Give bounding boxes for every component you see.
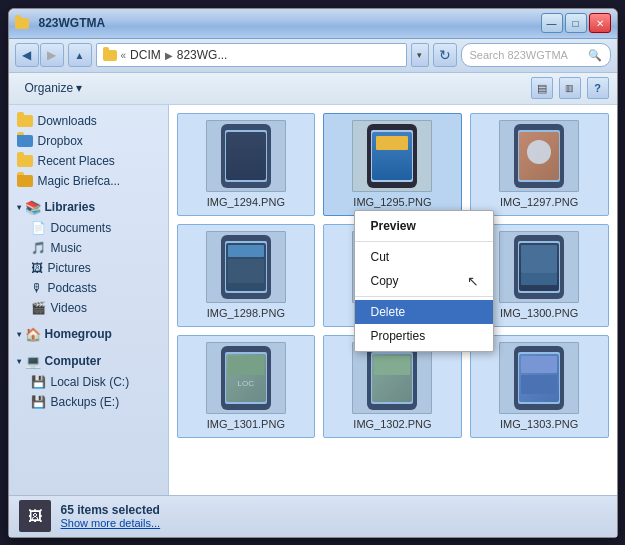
forward-button[interactable]: ▶ <box>40 43 64 67</box>
sidebar-item-pictures[interactable]: 🖼 Pictures <box>9 258 168 278</box>
context-menu: Preview Cut Copy Delete Properties ↖ <box>354 210 494 352</box>
maximize-button[interactable]: □ <box>565 13 587 33</box>
file-item-3[interactable]: IMG_1298.PNG <box>177 224 316 327</box>
sidebar-item-label: Backups (E:) <box>51 395 120 409</box>
sidebar-item-music[interactable]: 🎵 Music <box>9 238 168 258</box>
sidebar-item-label: Music <box>51 241 82 255</box>
status-bar: 🖼 65 items selected Show more details... <box>9 495 617 537</box>
organize-button[interactable]: Organize ▾ <box>17 76 91 100</box>
context-menu-preview[interactable]: Preview <box>355 214 493 238</box>
window-title: 823WGTMA <box>39 16 106 30</box>
downloads-folder-icon <box>17 115 33 127</box>
sidebar-item-label: Pictures <box>48 261 91 275</box>
file-name-1: IMG_1295.PNG <box>353 196 431 209</box>
context-menu-sep-2 <box>355 296 493 297</box>
libraries-icon: 📚 <box>25 200 41 215</box>
file-thumb-3 <box>206 231 286 303</box>
sidebar-item-label: Dropbox <box>38 134 83 148</box>
podcasts-icon: 🎙 <box>31 281 43 295</box>
status-count: 65 items selected <box>61 503 161 517</box>
selection-overlay <box>500 343 578 413</box>
view-options-button[interactable]: ▤ <box>531 77 553 99</box>
search-icon[interactable]: 🔍 <box>588 49 602 62</box>
libraries-arrow: ▾ <box>17 203 21 212</box>
properties-label: Properties <box>371 329 426 343</box>
explorer-window: 823WGTMA — □ ✕ ◀ ▶ ▲ « DCIM ▶ 823WG... ▾… <box>8 8 618 538</box>
content-area: IMG_1294.PNG IMG_1295.PNG <box>169 105 617 495</box>
path-part-1: DCIM <box>130 48 161 62</box>
computer-section: ▾ 💻 Computer 💾 Local Disk (C:) 💾 Backups… <box>9 351 168 412</box>
path-arrow-2: ▶ <box>165 50 173 61</box>
sidebar-item-label: Downloads <box>38 114 97 128</box>
file-thumb-8 <box>499 342 579 414</box>
local-disk-icon: 💾 <box>31 375 46 389</box>
sidebar-item-local-disk[interactable]: 💾 Local Disk (C:) <box>9 372 168 392</box>
path-part-2: 823WG... <box>177 48 228 62</box>
selection-overlay <box>207 121 285 191</box>
file-item-1[interactable]: IMG_1295.PNG <box>323 113 462 216</box>
file-item-6[interactable]: LOC IMG_1301.PNG <box>177 335 316 438</box>
sidebar-item-podcasts[interactable]: 🎙 Podcasts <box>9 278 168 298</box>
up-button[interactable]: ▲ <box>68 43 92 67</box>
nav-buttons: ◀ ▶ <box>15 43 64 67</box>
sidebar-item-recent-places[interactable]: Recent Places <box>9 151 168 171</box>
file-thumb-5 <box>499 231 579 303</box>
file-name-0: IMG_1294.PNG <box>207 196 285 209</box>
address-dropdown[interactable]: ▾ <box>411 43 429 67</box>
computer-label: Computer <box>45 354 102 368</box>
sidebar-item-videos[interactable]: 🎬 Videos <box>9 298 168 318</box>
dropbox-folder-icon <box>17 135 33 147</box>
minimize-button[interactable]: — <box>541 13 563 33</box>
status-details-link[interactable]: Show more details... <box>61 517 161 529</box>
main-area: Downloads Dropbox Recent Places Magic Br… <box>9 105 617 495</box>
homegroup-header[interactable]: ▾ 🏠 Homegroup <box>9 324 168 345</box>
homegroup-arrow: ▾ <box>17 330 21 339</box>
context-menu-delete[interactable]: Delete <box>355 300 493 324</box>
sidebar-item-magic-briefcase[interactable]: Magic Briefca... <box>9 171 168 191</box>
organize-arrow: ▾ <box>76 81 82 95</box>
copy-label: Copy <box>371 274 399 288</box>
status-text-container: 65 items selected Show more details... <box>61 503 161 529</box>
file-thumb-7 <box>352 342 432 414</box>
sidebar-item-label: Local Disk (C:) <box>51 375 130 389</box>
cut-label: Cut <box>371 250 390 264</box>
selection-overlay <box>500 121 578 191</box>
file-thumb-0 <box>206 120 286 192</box>
context-menu-properties[interactable]: Properties <box>355 324 493 348</box>
path-folder-icon <box>103 50 117 61</box>
window-controls: — □ ✕ <box>541 13 611 33</box>
phone-thumb <box>367 124 417 188</box>
documents-icon: 📄 <box>31 221 46 235</box>
sidebar-item-downloads[interactable]: Downloads <box>9 111 168 131</box>
homegroup-section: ▾ 🏠 Homegroup <box>9 324 168 345</box>
briefcase-folder-icon <box>17 175 33 187</box>
path-arrow-1: « <box>121 50 127 61</box>
computer-arrow: ▾ <box>17 357 21 366</box>
title-bar: 823WGTMA — □ ✕ <box>9 9 617 39</box>
file-item-0[interactable]: IMG_1294.PNG <box>177 113 316 216</box>
window-icon <box>15 18 29 29</box>
preview-pane-button[interactable]: ▥ <box>559 77 581 99</box>
file-name-5: IMG_1300.PNG <box>500 307 578 320</box>
libraries-header[interactable]: ▾ 📚 Libraries <box>9 197 168 218</box>
music-icon: 🎵 <box>31 241 46 255</box>
sidebar-item-dropbox[interactable]: Dropbox <box>9 131 168 151</box>
sidebar-item-documents[interactable]: 📄 Documents <box>9 218 168 238</box>
help-button[interactable]: ? <box>587 77 609 99</box>
sidebar-item-backups[interactable]: 💾 Backups (E:) <box>9 392 168 412</box>
file-name-7: IMG_1302.PNG <box>353 418 431 431</box>
status-file-icon: 🖼 <box>19 500 51 532</box>
close-button[interactable]: ✕ <box>589 13 611 33</box>
back-button[interactable]: ◀ <box>15 43 39 67</box>
screen-content <box>372 132 412 180</box>
file-item-2[interactable]: IMG_1297.PNG <box>470 113 609 216</box>
file-name-2: IMG_1297.PNG <box>500 196 578 209</box>
computer-header[interactable]: ▾ 💻 Computer <box>9 351 168 372</box>
search-box[interactable]: Search 823WGTMA 🔍 <box>461 43 611 67</box>
status-icon-glyph: 🖼 <box>28 508 42 524</box>
context-menu-cut[interactable]: Cut <box>355 245 493 269</box>
address-path[interactable]: « DCIM ▶ 823WG... <box>96 43 407 67</box>
computer-icon: 💻 <box>25 354 41 369</box>
refresh-button[interactable]: ↻ <box>433 43 457 67</box>
selection-overlay <box>207 232 285 302</box>
